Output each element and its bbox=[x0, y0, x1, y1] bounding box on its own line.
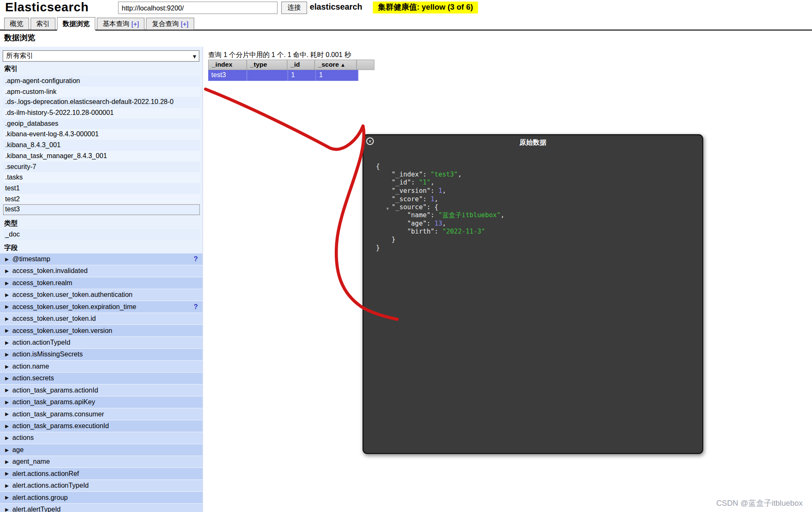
field-item[interactable]: ▶alert.actions.group bbox=[0, 492, 203, 503]
json-token: , bbox=[431, 179, 434, 187]
raw-json: { "_index": "test3", "_id": "1", "_versi… bbox=[376, 162, 694, 447]
expand-triangle-icon: ▶ bbox=[5, 504, 9, 512]
index-item[interactable]: .kibana_task_manager_8.4.3_001 bbox=[3, 151, 200, 161]
tab-indices[interactable]: 索引 bbox=[31, 18, 55, 29]
section-label-indices: 索引 bbox=[4, 64, 18, 73]
field-label: agent_name bbox=[13, 457, 50, 465]
field-item[interactable]: ▶@timestamp? bbox=[0, 253, 203, 265]
field-item[interactable]: ▶alert.alertTypeId bbox=[0, 504, 203, 512]
field-item[interactable]: ▶action.name bbox=[0, 361, 203, 372]
field-item[interactable]: ▶alert.actions.actionTypeId bbox=[0, 480, 203, 491]
tab-compound-query[interactable]: 复合查询 [+] bbox=[146, 18, 194, 29]
json-token: , bbox=[501, 211, 504, 219]
tab-label: 复合查询 bbox=[152, 19, 179, 29]
type-item[interactable]: _doc bbox=[3, 229, 200, 240]
app-window: Elasticsearch 连接 elasticsearch 集群健康值: ye… bbox=[0, 0, 812, 512]
section-label-types: 类型 bbox=[4, 219, 18, 228]
connect-button[interactable]: 连接 bbox=[281, 2, 307, 14]
result-cell: 1 bbox=[316, 70, 358, 81]
results-table-header: _index_type_id_score ▲ bbox=[208, 60, 374, 70]
index-item[interactable]: .ds-ilm-history-5-2022.10.28-000001 bbox=[3, 108, 200, 119]
expand-triangle-icon: ▶ bbox=[5, 277, 9, 288]
index-item[interactable]: .ds-.logs-deprecation.elasticsearch-defa… bbox=[3, 97, 200, 108]
field-label: access_token.user_token.authentication bbox=[13, 291, 133, 299]
cluster-url-input[interactable] bbox=[118, 2, 278, 14]
index-item[interactable]: .geoip_databases bbox=[3, 119, 200, 130]
result-row[interactable]: test311 bbox=[208, 70, 374, 81]
field-item[interactable]: ▶access_token.user_token.expiration_time… bbox=[0, 301, 203, 312]
tab-basic-query[interactable]: 基本查询 [+] bbox=[97, 18, 145, 29]
column-header-blank[interactable] bbox=[356, 60, 374, 70]
json-token: { bbox=[376, 162, 380, 170]
json-line: } bbox=[376, 244, 694, 252]
field-label: alert.actions.actionRef bbox=[13, 470, 79, 478]
json-token: } bbox=[376, 236, 396, 244]
json-token: "_version": bbox=[376, 187, 438, 195]
field-item[interactable]: ▶access_token.user_token.authentication bbox=[0, 289, 203, 301]
field-item[interactable]: ▶action.actionTypeId bbox=[0, 337, 203, 348]
expand-triangle-icon: ▶ bbox=[5, 420, 9, 431]
json-token: 1 bbox=[438, 187, 442, 195]
field-item[interactable]: ▶access_token.invalidated bbox=[0, 265, 203, 277]
field-item[interactable]: ▶age bbox=[0, 444, 203, 455]
index-item[interactable]: test1 bbox=[3, 183, 200, 194]
field-label: access_token.invalidated bbox=[13, 267, 88, 275]
field-label: age bbox=[13, 446, 24, 454]
expand-triangle-icon: ▶ bbox=[5, 253, 9, 265]
field-item[interactable]: ▶action.secrets bbox=[0, 373, 203, 384]
index-item[interactable]: .tasks bbox=[3, 172, 200, 183]
field-label: action_task_params.actionId bbox=[13, 386, 98, 394]
index-item[interactable]: .kibana-event-log-8.4.3-000001 bbox=[3, 129, 200, 140]
field-item[interactable]: ▶action_task_params.consumer bbox=[0, 408, 203, 420]
index-item[interactable]: .kibana_8.4.3_001 bbox=[3, 140, 200, 151]
column-header-_type[interactable]: _type bbox=[246, 60, 287, 70]
help-icon[interactable]: ? bbox=[194, 301, 198, 312]
field-item[interactable]: ▶agent_name bbox=[0, 456, 203, 468]
app-title: Elasticsearch bbox=[5, 0, 88, 15]
field-item[interactable]: ▶action.isMissingSecrets bbox=[0, 349, 203, 360]
field-label: action.secrets bbox=[13, 374, 54, 382]
tab-overview[interactable]: 概览 bbox=[4, 18, 29, 29]
help-icon[interactable]: ? bbox=[194, 253, 198, 265]
result-cell bbox=[247, 70, 288, 81]
expand-triangle-icon: ▶ bbox=[5, 373, 9, 384]
column-header-_score[interactable]: _score ▲ bbox=[314, 60, 357, 70]
column-header-label: _index bbox=[212, 61, 233, 68]
field-item[interactable]: ▶action_task_params.actionId bbox=[0, 385, 203, 396]
json-token: "1" bbox=[419, 179, 431, 187]
result-cell: test3 bbox=[208, 70, 247, 81]
field-item[interactable]: ▶actions bbox=[0, 432, 203, 444]
field-label: access_token.user_token.version bbox=[13, 327, 112, 335]
json-token: , bbox=[442, 187, 446, 195]
column-header-_index[interactable]: _index bbox=[208, 60, 247, 70]
json-token: "age": bbox=[376, 219, 434, 227]
index-item[interactable]: test3 bbox=[3, 204, 200, 215]
json-line: { bbox=[376, 162, 694, 170]
tab-plus-badge: [+] bbox=[179, 20, 189, 28]
results-table: _index_type_id_score ▲ test311 bbox=[208, 60, 374, 81]
field-item[interactable]: ▶action_task_params.apiKey bbox=[0, 397, 203, 408]
field-item[interactable]: ▶access_token.user_token.id bbox=[0, 313, 203, 325]
index-item[interactable]: .apm-agent-configuration bbox=[3, 75, 200, 86]
index-item[interactable]: .security-7 bbox=[3, 161, 200, 172]
field-item[interactable]: ▶access_token.user_token.version bbox=[0, 325, 203, 336]
field-item[interactable]: ▶alert.actions.actionRef bbox=[0, 468, 203, 479]
field-item[interactable]: ▶access_token.realm bbox=[0, 277, 203, 288]
field-item[interactable]: ▶action_task_params.executionId bbox=[0, 420, 203, 431]
sidebar: 所有索引 ▾ 索引 .apm-agent-configuration.apm-c… bbox=[0, 47, 203, 512]
tab-data-browser[interactable]: 数据浏览 bbox=[57, 17, 95, 31]
index-filter-select[interactable]: 所有索引 ▾ bbox=[3, 50, 199, 62]
index-item[interactable]: .apm-custom-link bbox=[3, 86, 200, 97]
tab-label: 索引 bbox=[36, 19, 50, 29]
column-header-label: _type bbox=[250, 61, 267, 68]
column-header-_id[interactable]: _id bbox=[287, 60, 315, 70]
json-token: "蓝盒子itbluebox" bbox=[438, 211, 501, 219]
index-item[interactable]: test2 bbox=[3, 194, 200, 205]
json-line: "name": "蓝盒子itbluebox", bbox=[376, 211, 694, 219]
json-token: } bbox=[376, 244, 380, 252]
json-token: , bbox=[442, 219, 446, 227]
json-token: "_source": { bbox=[376, 203, 438, 211]
expand-triangle-icon: ▶ bbox=[5, 480, 9, 491]
section-label-fields: 字段 bbox=[4, 243, 18, 252]
field-label: alert.alertTypeId bbox=[13, 505, 61, 512]
